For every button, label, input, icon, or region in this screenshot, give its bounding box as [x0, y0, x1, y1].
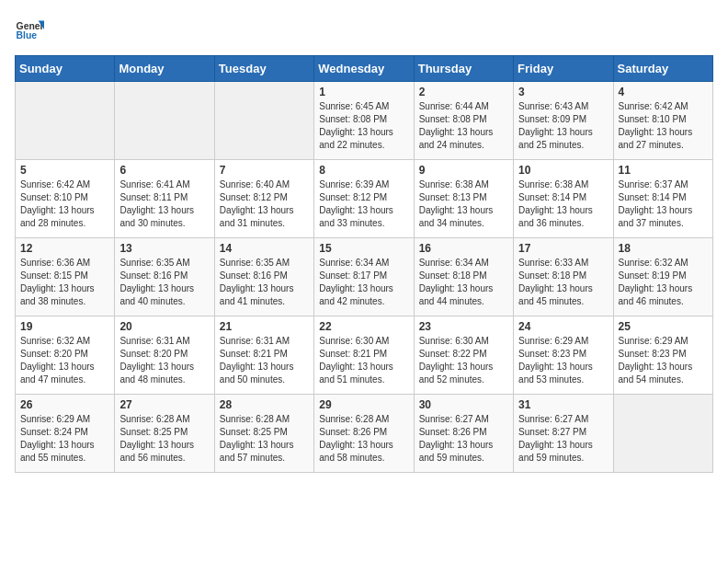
calendar-cell: 17Sunrise: 6:33 AM Sunset: 8:18 PM Dayli… — [514, 238, 613, 316]
day-info: Sunrise: 6:29 AM Sunset: 8:23 PM Dayligh… — [619, 335, 708, 386]
page-header: General Blue — [15, 15, 713, 44]
day-info: Sunrise: 6:34 AM Sunset: 8:17 PM Dayligh… — [319, 257, 408, 308]
column-header-monday: Monday — [115, 56, 214, 82]
calendar-cell: 2Sunrise: 6:44 AM Sunset: 8:08 PM Daylig… — [414, 82, 513, 160]
day-number: 20 — [119, 320, 209, 333]
day-info: Sunrise: 6:35 AM Sunset: 8:16 PM Dayligh… — [119, 257, 209, 308]
day-number: 29 — [319, 398, 408, 411]
day-number: 13 — [119, 242, 209, 255]
calendar-cell — [214, 82, 313, 160]
calendar-cell: 4Sunrise: 6:42 AM Sunset: 8:10 PM Daylig… — [613, 82, 712, 160]
day-info: Sunrise: 6:38 AM Sunset: 8:13 PM Dayligh… — [419, 178, 508, 230]
day-info: Sunrise: 6:29 AM Sunset: 8:24 PM Dayligh… — [20, 413, 109, 465]
day-number: 2 — [419, 86, 508, 98]
calendar-cell: 22Sunrise: 6:30 AM Sunset: 8:21 PM Dayli… — [314, 316, 414, 395]
calendar-cell: 10Sunrise: 6:38 AM Sunset: 8:14 PM Dayli… — [514, 160, 613, 238]
day-info: Sunrise: 6:32 AM Sunset: 8:19 PM Dayligh… — [619, 257, 708, 308]
day-number: 28 — [220, 398, 309, 411]
calendar-cell — [115, 82, 214, 160]
day-info: Sunrise: 6:45 AM Sunset: 8:08 PM Dayligh… — [319, 100, 408, 152]
day-number: 5 — [20, 164, 109, 177]
svg-text:Blue: Blue — [17, 30, 38, 40]
calendar-week-row: 19Sunrise: 6:32 AM Sunset: 8:20 PM Dayli… — [16, 316, 713, 395]
calendar-cell: 12Sunrise: 6:36 AM Sunset: 8:15 PM Dayli… — [16, 238, 115, 316]
column-header-tuesday: Tuesday — [214, 56, 313, 82]
calendar-cell: 14Sunrise: 6:35 AM Sunset: 8:16 PM Dayli… — [214, 238, 313, 316]
calendar-cell: 24Sunrise: 6:29 AM Sunset: 8:23 PM Dayli… — [514, 316, 613, 395]
day-number: 4 — [619, 86, 708, 98]
day-info: Sunrise: 6:37 AM Sunset: 8:14 PM Dayligh… — [619, 178, 708, 230]
day-number: 9 — [419, 164, 508, 177]
calendar-cell: 31Sunrise: 6:27 AM Sunset: 8:27 PM Dayli… — [514, 395, 613, 473]
calendar-week-row: 5Sunrise: 6:42 AM Sunset: 8:10 PM Daylig… — [16, 160, 713, 238]
day-info: Sunrise: 6:42 AM Sunset: 8:10 PM Dayligh… — [20, 178, 109, 230]
day-number: 16 — [419, 242, 508, 255]
column-header-saturday: Saturday — [613, 56, 712, 82]
day-number: 15 — [319, 242, 408, 255]
calendar-table: SundayMondayTuesdayWednesdayThursdayFrid… — [15, 55, 713, 473]
day-info: Sunrise: 6:30 AM Sunset: 8:22 PM Dayligh… — [419, 335, 508, 386]
day-number: 12 — [20, 242, 109, 255]
day-number: 25 — [619, 320, 708, 333]
calendar-cell — [16, 82, 115, 160]
day-number: 18 — [619, 242, 708, 255]
calendar-cell: 3Sunrise: 6:43 AM Sunset: 8:09 PM Daylig… — [514, 82, 613, 160]
calendar-week-row: 26Sunrise: 6:29 AM Sunset: 8:24 PM Dayli… — [16, 395, 713, 473]
calendar-cell: 27Sunrise: 6:28 AM Sunset: 8:25 PM Dayli… — [115, 395, 214, 473]
calendar-cell: 18Sunrise: 6:32 AM Sunset: 8:19 PM Dayli… — [613, 238, 712, 316]
day-info: Sunrise: 6:28 AM Sunset: 8:25 PM Dayligh… — [220, 413, 309, 465]
calendar-cell: 9Sunrise: 6:38 AM Sunset: 8:13 PM Daylig… — [414, 160, 513, 238]
day-info: Sunrise: 6:42 AM Sunset: 8:10 PM Dayligh… — [619, 100, 708, 152]
day-number: 23 — [419, 320, 508, 333]
day-number: 6 — [119, 164, 209, 177]
calendar-week-row: 1Sunrise: 6:45 AM Sunset: 8:08 PM Daylig… — [16, 82, 713, 160]
day-info: Sunrise: 6:40 AM Sunset: 8:12 PM Dayligh… — [220, 178, 309, 230]
day-info: Sunrise: 6:41 AM Sunset: 8:11 PM Dayligh… — [119, 178, 209, 230]
calendar-cell: 11Sunrise: 6:37 AM Sunset: 8:14 PM Dayli… — [613, 160, 712, 238]
logo: General Blue — [15, 15, 44, 44]
day-number: 19 — [20, 320, 109, 333]
day-info: Sunrise: 6:36 AM Sunset: 8:15 PM Dayligh… — [20, 257, 109, 308]
day-number: 27 — [119, 398, 209, 411]
calendar-cell: 6Sunrise: 6:41 AM Sunset: 8:11 PM Daylig… — [115, 160, 214, 238]
calendar-cell — [613, 395, 712, 473]
day-info: Sunrise: 6:29 AM Sunset: 8:23 PM Dayligh… — [518, 335, 608, 386]
calendar-cell: 21Sunrise: 6:31 AM Sunset: 8:21 PM Dayli… — [214, 316, 313, 395]
day-number: 11 — [619, 164, 708, 177]
day-number: 24 — [518, 320, 608, 333]
day-number: 21 — [220, 320, 309, 333]
day-info: Sunrise: 6:32 AM Sunset: 8:20 PM Dayligh… — [20, 335, 109, 386]
calendar-cell: 8Sunrise: 6:39 AM Sunset: 8:12 PM Daylig… — [314, 160, 414, 238]
column-header-wednesday: Wednesday — [314, 56, 414, 82]
calendar-cell: 30Sunrise: 6:27 AM Sunset: 8:26 PM Dayli… — [414, 395, 513, 473]
calendar-cell: 23Sunrise: 6:30 AM Sunset: 8:22 PM Dayli… — [414, 316, 513, 395]
logo-icon: General Blue — [15, 15, 44, 44]
calendar-cell: 16Sunrise: 6:34 AM Sunset: 8:18 PM Dayli… — [414, 238, 513, 316]
day-info: Sunrise: 6:27 AM Sunset: 8:26 PM Dayligh… — [419, 413, 508, 465]
day-number: 7 — [220, 164, 309, 177]
day-number: 31 — [518, 398, 608, 411]
day-number: 1 — [319, 86, 408, 98]
day-info: Sunrise: 6:31 AM Sunset: 8:21 PM Dayligh… — [220, 335, 309, 386]
day-info: Sunrise: 6:44 AM Sunset: 8:08 PM Dayligh… — [419, 100, 508, 152]
column-header-thursday: Thursday — [414, 56, 513, 82]
day-number: 22 — [319, 320, 408, 333]
calendar-cell: 29Sunrise: 6:28 AM Sunset: 8:26 PM Dayli… — [314, 395, 414, 473]
day-info: Sunrise: 6:27 AM Sunset: 8:27 PM Dayligh… — [518, 413, 608, 465]
calendar-cell: 1Sunrise: 6:45 AM Sunset: 8:08 PM Daylig… — [314, 82, 414, 160]
day-number: 3 — [518, 86, 608, 98]
calendar-cell: 20Sunrise: 6:31 AM Sunset: 8:20 PM Dayli… — [115, 316, 214, 395]
calendar-cell: 19Sunrise: 6:32 AM Sunset: 8:20 PM Dayli… — [16, 316, 115, 395]
day-number: 8 — [319, 164, 408, 177]
calendar-cell: 15Sunrise: 6:34 AM Sunset: 8:17 PM Dayli… — [314, 238, 414, 316]
column-header-friday: Friday — [514, 56, 613, 82]
day-number: 26 — [20, 398, 109, 411]
day-number: 14 — [220, 242, 309, 255]
day-info: Sunrise: 6:28 AM Sunset: 8:25 PM Dayligh… — [119, 413, 209, 465]
calendar-cell: 13Sunrise: 6:35 AM Sunset: 8:16 PM Dayli… — [115, 238, 214, 316]
day-number: 17 — [518, 242, 608, 255]
calendar-cell: 5Sunrise: 6:42 AM Sunset: 8:10 PM Daylig… — [16, 160, 115, 238]
day-info: Sunrise: 6:39 AM Sunset: 8:12 PM Dayligh… — [319, 178, 408, 230]
calendar-header-row: SundayMondayTuesdayWednesdayThursdayFrid… — [16, 56, 713, 82]
day-info: Sunrise: 6:31 AM Sunset: 8:20 PM Dayligh… — [119, 335, 209, 386]
